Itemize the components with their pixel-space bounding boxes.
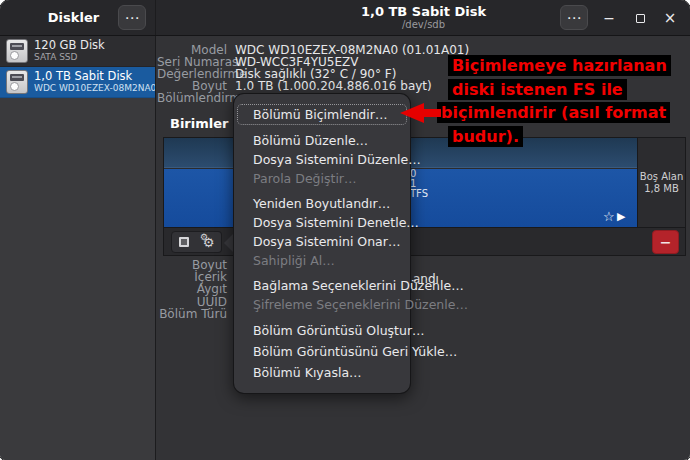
unmount-square-icon: [179, 237, 189, 247]
unmount-button[interactable]: [171, 231, 197, 253]
disk-item-title: 1,0 TB Sabit Disk: [34, 70, 155, 83]
disk-list-item-1tb[interactable]: 1,0 TB Sabit Disk WDC WD10EZEX-08M2NA0: [0, 67, 155, 98]
maximize-icon: [636, 14, 645, 23]
disk-icon: [6, 70, 28, 94]
more-icon: ⋯: [125, 9, 140, 27]
mounted-play-icon: ▶: [617, 210, 625, 223]
disk-list-sidebar: 120 GB Disk SATA SSD 1,0 TB Sabit Disk W…: [0, 36, 156, 460]
disk-list: 120 GB Disk SATA SSD 1,0 TB Sabit Disk W…: [0, 36, 155, 98]
free-space-label: Boş Alan: [640, 171, 683, 183]
menu-item-edit-encryption-options: Şifreleme Seçeneklerini Düzenle…: [234, 295, 410, 314]
menu-item-create-partition-image[interactable]: Bölüm Görüntüsü Oluştur…: [234, 320, 410, 341]
menu-item-edit-filesystem[interactable]: Dosya Sistemini Düzenle…: [234, 150, 410, 169]
detail-value: 1.0 TB (1.000.204.886.016 bayt): [235, 80, 432, 93]
minus-icon: −: [660, 234, 672, 250]
close-button[interactable]: ×: [658, 6, 682, 30]
disk-list-item-120gb[interactable]: 120 GB Disk SATA SSD: [0, 36, 155, 67]
gnome-disks-window: Diskler ⋯ 1,0 TB Sabit Disk /dev/sdb ⋯ −…: [0, 0, 690, 460]
drive-menu-button[interactable]: ⋯: [560, 5, 588, 30]
annotation-arrow-shaft: [421, 109, 441, 117]
disk-item-text: 120 GB Disk SATA SSD: [34, 39, 105, 63]
menu-item-restore-partition-image[interactable]: Bölüm Görüntüsünü Geri Yükle…: [234, 341, 410, 362]
disk-icon: [6, 39, 28, 63]
menu-item-take-ownership: Sahipliği Al…: [234, 251, 410, 270]
star-icon: ☆: [603, 209, 615, 224]
minimize-button[interactable]: −: [597, 6, 621, 30]
detail-label: Bölümlendirme: [157, 92, 227, 105]
menu-item-repair-filesystem[interactable]: Dosya Sistemini Onar…: [234, 232, 410, 251]
headerbar: Diskler ⋯ 1,0 TB Sabit Disk /dev/sdb ⋯ −…: [0, 0, 690, 36]
menu-item-edit-mount-options[interactable]: Bağlama Seçeneklerini Düzenle…: [234, 276, 410, 295]
annotation-line: biçimlendirir (asıl format: [437, 102, 670, 123]
disk-item-subtitle: WDC WD10EZEX-08M2NA0: [34, 83, 155, 94]
minimize-icon: −: [603, 10, 615, 26]
menu-item-format-partition[interactable]: Bölümü Biçimlendir…: [237, 104, 407, 125]
partition-context-menu: Bölümü Biçimlendir… Bölümü Düzenle… Dosy…: [233, 93, 411, 394]
more-icon: ⋯: [567, 9, 582, 27]
volumes-section-title: Birimler: [170, 116, 228, 131]
partition-menu-button[interactable]: ⚙ ⚙: [196, 231, 222, 253]
window-subtitle: /dev/sdb: [402, 19, 445, 31]
sidebar-title: Diskler: [48, 10, 99, 25]
menu-item-resize[interactable]: Yeniden Boyutlandır…: [234, 194, 410, 213]
annotation-line: Biçimlemeye hazırlanan: [448, 55, 671, 76]
menu-item-benchmark-partition[interactable]: Bölümü Kıyasla…: [234, 362, 410, 383]
detail-label: Bölüm Türü: [157, 308, 227, 321]
window-title: 1,0 TB Sabit Disk: [361, 4, 486, 19]
disk-item-title: 120 GB Disk: [34, 39, 105, 52]
annotation-line: diski istenen FS ile: [448, 79, 627, 100]
detail-row-partitioning: Bölümlendirme: [157, 92, 235, 105]
maximize-button[interactable]: [628, 6, 652, 30]
gear-small-icon: ⚙: [200, 233, 208, 242]
menu-item-change-passphrase: Parola Değiştir…: [234, 169, 410, 188]
menu-item-edit-partition[interactable]: Bölümü Düzenle…: [234, 131, 410, 150]
sidebar-menu-button[interactable]: ⋯: [118, 5, 146, 30]
disk-item-subtitle: SATA SSD: [34, 52, 105, 63]
free-space-block[interactable]: Boş Alan 1,8 MB: [637, 138, 685, 227]
close-icon: ×: [664, 9, 677, 27]
disk-item-text: 1,0 TB Sabit Disk WDC WD10EZEX-08M2NA0: [34, 70, 155, 94]
menu-item-check-filesystem[interactable]: Dosya Sistemini Denetle…: [234, 213, 410, 232]
delete-partition-button[interactable]: −: [652, 230, 679, 254]
partition-detail-row-type: Bölüm Türü N: [157, 308, 244, 321]
partition-label-fragment: TFS: [410, 189, 428, 199]
annotation-line: budur).: [448, 126, 523, 147]
free-space-size: 1,8 MB: [644, 183, 679, 195]
